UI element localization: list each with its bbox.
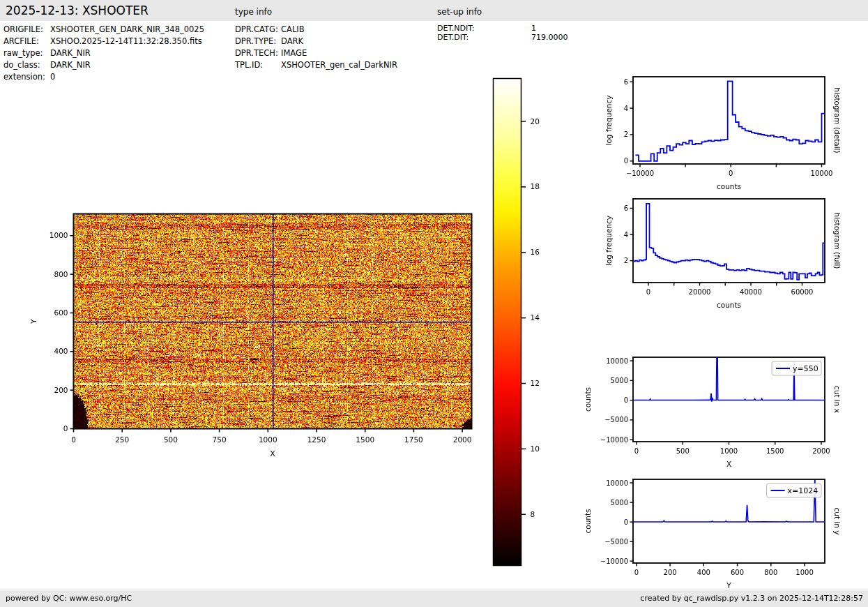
x-tick-label: 1250 (307, 435, 326, 444)
field-label: do_class: (3, 60, 50, 70)
footer-left-text: powered by QC: www.eso.org/HC (6, 594, 132, 603)
file-info-row: ARCFILE:XSHOO.2025-12-14T11:32:28.350.fi… (3, 36, 202, 46)
detector-image (74, 214, 471, 428)
type-info-heading: type info (235, 7, 272, 17)
y-tick-label: 5000 (611, 499, 628, 507)
x-tick-label: 1500 (356, 435, 374, 444)
right-axis-label: cut in y (833, 507, 842, 534)
y-tick-label: 0 (624, 518, 628, 526)
type-info-row: DPR.CATG:CALIB (235, 24, 305, 34)
field-label: raw_type: (3, 48, 50, 58)
field-value: XSHOOTER_GEN_DARK_NIR_348_0025 (50, 24, 204, 34)
y-tick-label: 800 (54, 270, 68, 278)
type-info-row: TPL.ID:XSHOOTER_gen_cal_DarkNIR (235, 60, 397, 70)
x-tick-label: 200 (664, 569, 677, 576)
field-value: XSHOOTER_gen_cal_DarkNIR (281, 60, 397, 70)
y-tick-label: 4 (624, 105, 628, 112)
series-line (633, 478, 825, 522)
x-tick-label: 800 (764, 569, 777, 576)
y-tick-label: −5000 (604, 416, 628, 424)
x-tick-label: 750 (213, 435, 227, 444)
x-tick-label: 400 (697, 569, 710, 576)
page-title: 2025-12-13: XSHOOTER (6, 3, 149, 17)
y-tick-label: 6 (624, 204, 628, 212)
x-tick-label: 40000 (740, 288, 762, 296)
y-tick-label: 0 (624, 157, 628, 165)
x-tick-label: 1000 (259, 435, 277, 444)
y-tick-label: −10000 (600, 557, 628, 565)
y-tick-label: 400 (54, 347, 68, 355)
panel-histogram-full: 0200004000060000246countslog frequencyhi… (604, 199, 842, 309)
field-value: IMAGE (281, 48, 307, 58)
legend-box (767, 484, 821, 497)
y-axis-label: Y (29, 319, 38, 324)
x-axis-label: counts (717, 182, 741, 190)
y-tick-label: 0 (63, 424, 68, 433)
field-label: ORIGFILE: (3, 24, 50, 34)
field-label: extension: (3, 72, 50, 82)
y-axis-label: counts (584, 387, 592, 412)
y-tick-label: 2 (624, 130, 628, 138)
x-axis-label: X (270, 449, 275, 458)
field-label: ARCFILE: (3, 36, 50, 46)
field-label: TPL.ID: (235, 60, 281, 70)
setup-info-row: DET.NDIT:1 (437, 24, 536, 33)
x-tick-label: 250 (115, 435, 129, 444)
setup-info-row: DET.DIT:719.0000 (437, 33, 568, 42)
legend-label: y=550 (793, 364, 818, 373)
y-axis-label: counts (584, 509, 592, 533)
axes-spine (633, 77, 825, 164)
colorbar-tick-label: 12 (531, 379, 540, 387)
y-tick-label: 5000 (611, 377, 628, 384)
right-axis-label: histogram (full) (833, 213, 842, 269)
field-value: XSHOO.2025-12-14T11:32:28.350.fits (50, 36, 202, 46)
colorbar (494, 79, 521, 565)
axes-spine (633, 357, 825, 442)
x-tick-label: 1500 (766, 447, 784, 455)
field-value: CALIB (281, 24, 305, 34)
x-tick-label: 2000 (812, 447, 830, 455)
x-tick-label: 0 (634, 569, 639, 576)
field-label: DPR.TECH: (235, 48, 281, 58)
file-info-row: do_class:DARK_NIR (3, 60, 91, 70)
file-info-row: extension:0 (3, 72, 55, 82)
y-tick-label: 200 (54, 386, 68, 394)
y-tick-label: 0 (624, 396, 628, 404)
colorbar-tick-label: 16 (531, 248, 540, 256)
y-tick-label: 4 (624, 231, 628, 239)
field-value: 1 (531, 24, 536, 33)
x-tick-label: 500 (164, 435, 178, 444)
x-tick-label: 500 (676, 447, 690, 455)
field-value: DARK_NIR (50, 60, 91, 70)
x-tick-label: 0 (71, 435, 76, 444)
x-axis-label: counts (717, 301, 741, 309)
type-info-row: DPR.TECH:IMAGE (235, 48, 307, 58)
field-label: DET.NDIT: (437, 24, 531, 33)
x-axis-label: X (726, 460, 731, 468)
field-value: DARK (281, 36, 303, 46)
panel-cut-in-y: 020040060080010001000050000−5000−10000Yc… (584, 478, 842, 590)
y-axis-label: log frequency (604, 216, 613, 266)
series-line (633, 204, 825, 280)
x-tick-label: 20000 (689, 288, 711, 296)
field-label: DET.DIT: (437, 33, 531, 42)
footer-right-text: created by qc_rawdisp.py v1.2.3 on 2025-… (640, 594, 863, 603)
y-axis-label: log frequency (604, 95, 613, 145)
axes-spine (633, 199, 825, 283)
field-value: 719.0000 (531, 33, 568, 42)
qc-report-page: 2025-12-13: XSHOOTER type info set-up in… (0, 0, 868, 607)
series-line (636, 81, 825, 161)
x-tick-label: −10000 (626, 170, 654, 177)
colorbar-tick-label: 18 (531, 182, 540, 190)
field-label: DPR.TYPE: (235, 36, 281, 46)
setup-info-heading: set-up info (437, 7, 482, 17)
y-tick-label: 600 (54, 308, 68, 317)
x-axis-label: Y (726, 581, 731, 590)
field-value: 0 (50, 72, 55, 82)
y-tick-label: −10000 (600, 436, 628, 444)
colorbar-tick-label: 10 (531, 444, 540, 453)
x-tick-label: 2000 (453, 435, 472, 444)
legend-box (772, 361, 821, 375)
x-tick-label: 1750 (404, 435, 423, 444)
y-tick-label: −5000 (604, 538, 628, 546)
